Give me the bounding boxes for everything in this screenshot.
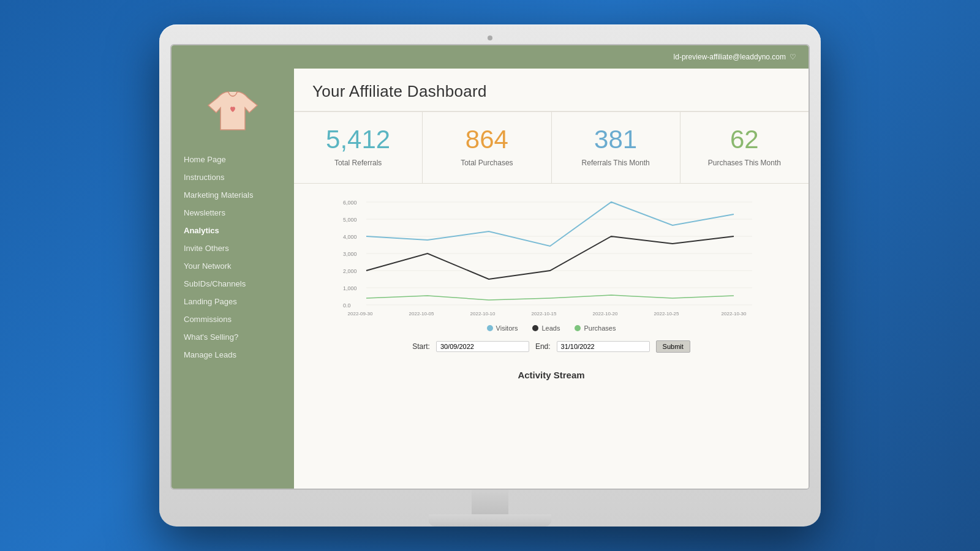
- sidebar: Home PageInstructionsMarketing Materials…: [172, 69, 294, 489]
- legend-item-purchases: Purchases: [575, 324, 616, 332]
- legend-label: Purchases: [584, 324, 616, 332]
- svg-text:2,000: 2,000: [343, 268, 357, 274]
- stat-card-total-referrals: 5,412Total Referrals: [294, 112, 423, 183]
- stat-number: 864: [435, 127, 538, 152]
- submit-button[interactable]: Submit: [656, 340, 690, 353]
- svg-text:5,000: 5,000: [343, 217, 357, 223]
- svg-text:0.0: 0.0: [343, 302, 351, 309]
- stat-number: 5,412: [306, 127, 410, 152]
- main-content: Your Affiliate Dashboard 5,412Total Refe…: [294, 69, 809, 489]
- analytics-chart: 6,000 5,000 4,000 3,000 2,000 1,000 0.0: [312, 196, 790, 318]
- dashboard-title: Your Affiliate Dashboard: [312, 82, 790, 101]
- svg-text:3,000: 3,000: [343, 251, 357, 257]
- monitor-neck: [472, 490, 508, 514]
- legend-label: Visitors: [496, 324, 518, 332]
- svg-text:2022-10-30: 2022-10-30: [722, 311, 747, 317]
- legend-dot: [487, 325, 493, 331]
- sidebar-item-your-network[interactable]: Your Network: [172, 257, 294, 275]
- sidebar-item-subidschannels[interactable]: SubIDs/Channels: [172, 275, 294, 293]
- end-date-input[interactable]: [557, 341, 650, 352]
- start-label: Start:: [412, 342, 430, 351]
- stat-card-referrals-this-month: 381Referrals This Month: [552, 112, 680, 183]
- sidebar-item-whats-selling[interactable]: What's Selling?: [172, 328, 294, 346]
- stat-label: Total Referrals: [306, 159, 410, 168]
- activity-stream-title: Activity Stream: [312, 370, 790, 380]
- svg-text:1,000: 1,000: [343, 285, 357, 291]
- user-email: ld-preview-affiliate@leaddyno.com: [674, 53, 786, 61]
- sidebar-item-instructions[interactable]: Instructions: [172, 168, 294, 186]
- monitor-stand: [170, 490, 810, 527]
- monitor-camera-area: [170, 36, 810, 40]
- svg-text:6,000: 6,000: [343, 200, 357, 206]
- app-container: ld-preview-affiliate@leaddyno.com ♡: [172, 45, 809, 489]
- brand-logo: [205, 81, 260, 136]
- heart-icon: ♡: [790, 53, 796, 61]
- chart-svg-container: 6,000 5,000 4,000 3,000 2,000 1,000 0.0: [312, 196, 790, 318]
- legend-item-visitors: Visitors: [487, 324, 518, 332]
- chart-legend: VisitorsLeadsPurchases: [312, 324, 790, 332]
- top-bar: ld-preview-affiliate@leaddyno.com ♡: [172, 45, 809, 69]
- date-range-controls: Start: End: Submit: [312, 340, 790, 353]
- monitor-camera: [488, 36, 492, 40]
- svg-text:2022-10-05: 2022-10-05: [409, 311, 434, 317]
- svg-text:2022-10-15: 2022-10-15: [532, 311, 557, 317]
- stat-number: 381: [564, 127, 668, 152]
- stat-card-total-purchases: 864Total Purchases: [423, 112, 551, 183]
- main-layout: Home PageInstructionsMarketing Materials…: [172, 69, 809, 489]
- chart-area: 6,000 5,000 4,000 3,000 2,000 1,000 0.0: [294, 184, 809, 359]
- monitor-shell: ld-preview-affiliate@leaddyno.com ♡: [159, 24, 821, 527]
- sidebar-item-commissions[interactable]: Commissions: [172, 310, 294, 328]
- stat-card-purchases-this-month: 62Purchases This Month: [680, 112, 809, 183]
- sidebar-item-invite-others[interactable]: Invite Others: [172, 239, 294, 257]
- svg-text:2022-10-25: 2022-10-25: [654, 311, 679, 317]
- sidebar-item-home-page[interactable]: Home Page: [172, 151, 294, 168]
- sidebar-item-manage-leads[interactable]: Manage Leads: [172, 346, 294, 364]
- stats-row: 5,412Total Referrals864Total Purchases38…: [294, 111, 809, 184]
- sidebar-item-analytics[interactable]: Analytics: [172, 222, 294, 239]
- monitor-base: [429, 514, 551, 527]
- svg-text:4,000: 4,000: [343, 234, 357, 240]
- activity-stream: Activity Stream: [294, 359, 809, 391]
- sidebar-item-landing-pages[interactable]: Landing Pages: [172, 293, 294, 310]
- legend-label: Leads: [541, 324, 560, 332]
- dashboard-panel: Your Affiliate Dashboard 5,412Total Refe…: [294, 69, 809, 489]
- sidebar-item-newsletters[interactable]: Newsletters: [172, 204, 294, 222]
- start-date-input[interactable]: [436, 341, 529, 352]
- end-label: End:: [535, 342, 551, 351]
- dashboard-header: Your Affiliate Dashboard: [294, 69, 809, 111]
- stat-label: Total Purchases: [435, 159, 538, 168]
- monitor-screen: ld-preview-affiliate@leaddyno.com ♡: [170, 44, 810, 490]
- legend-dot: [532, 325, 538, 331]
- stat-label: Referrals This Month: [564, 159, 668, 168]
- legend-item-leads: Leads: [532, 324, 560, 332]
- svg-text:2022-10-20: 2022-10-20: [593, 311, 618, 317]
- legend-dot: [575, 325, 581, 331]
- sidebar-nav: Home PageInstructionsMarketing Materials…: [172, 151, 294, 364]
- stat-number: 62: [693, 127, 796, 152]
- svg-text:2022-10-10: 2022-10-10: [470, 311, 496, 317]
- sidebar-item-marketing-materials[interactable]: Marketing Materials: [172, 186, 294, 204]
- stat-label: Purchases This Month: [693, 159, 796, 168]
- svg-text:2022-09-30: 2022-09-30: [348, 311, 373, 317]
